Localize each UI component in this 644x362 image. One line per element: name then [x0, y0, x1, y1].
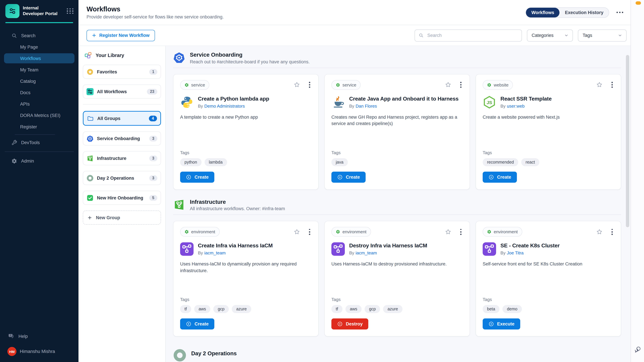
sidebar-item-apis[interactable]: APIs	[4, 99, 74, 109]
page-subtitle: Provide developer self-service for flows…	[86, 14, 224, 19]
card-actions	[445, 228, 463, 236]
tags-dropdown[interactable]: Tags	[578, 29, 626, 41]
card-bottom: TagsbetademoExecute	[483, 297, 614, 330]
execute-button[interactable]: Execute	[483, 319, 520, 330]
author-link[interactable]: Demo Administrators	[204, 104, 245, 109]
library-item-favorites[interactable]: Favorites1	[83, 65, 161, 79]
favorite-star-icon[interactable]	[596, 229, 603, 235]
card-actions	[596, 81, 614, 88]
sidebar-item-help[interactable]: ? Help	[0, 331, 78, 342]
author-link[interactable]: Joe Titra	[507, 251, 524, 256]
workflow-card-destroy-infra-via-harness-iacm: environmentDestroy Infra via Harness IaC…	[324, 221, 470, 337]
sidebar-item-my-page[interactable]: My Page	[4, 42, 74, 52]
user-menu[interactable]: HM Himanshu Mishra	[0, 342, 78, 362]
right-rail	[630, 0, 644, 362]
card-overflow-menu-icon[interactable]	[308, 81, 312, 88]
tag-pill[interactable]: tf	[180, 305, 191, 313]
iacm-icon	[483, 243, 496, 256]
card-actions	[445, 81, 463, 88]
favorite-star-icon[interactable]	[294, 229, 300, 235]
type-chip: environment	[332, 227, 371, 237]
cards-grid: serviceCreate a Python lambda appByDemo …	[173, 74, 621, 190]
tag-pill[interactable]: gcp	[364, 305, 380, 313]
card-overflow-menu-icon[interactable]	[308, 228, 312, 236]
new-group-button[interactable]: New Group	[83, 211, 161, 225]
card-overflow-menu-icon[interactable]	[610, 81, 614, 88]
tag-pill[interactable]: aws	[194, 305, 210, 313]
type-chip-label: environment	[342, 229, 366, 234]
tab-workflows[interactable]: Workflows	[526, 7, 560, 17]
header-overflow-menu-icon[interactable]	[616, 10, 624, 15]
sidebar-item-dora-metrics-sei[interactable]: DORA Metrics (SEI)	[4, 110, 74, 120]
count-badge: 23	[147, 89, 157, 94]
page-header: Workflows Provide developer self-service…	[78, 0, 630, 25]
library-item-all-workflows[interactable]: All Workflows23	[83, 84, 161, 98]
library-item-day-2-operations[interactable]: Day 2 Operations3	[83, 171, 161, 185]
sidebar-item-label: My Page	[20, 44, 38, 49]
sidebar-item-register[interactable]: Register	[4, 122, 74, 132]
library-header: Your Library	[83, 51, 161, 65]
card-overflow-menu-icon[interactable]	[610, 228, 614, 236]
tag-pill[interactable]: demo	[502, 305, 522, 313]
group-header-text: Service OnboardingReach out to #architec…	[190, 51, 310, 64]
sidebar-item-docs[interactable]: Docs	[4, 87, 74, 97]
sidebar-item-workflows[interactable]: Workflows	[4, 53, 74, 63]
create-button[interactable]: Create	[180, 171, 214, 183]
tag-pill[interactable]: recommended	[483, 158, 518, 166]
library-item-all-groups[interactable]: All Groups4	[83, 111, 161, 126]
library-item-new-hire-onboarding[interactable]: New Hire Onboarding5	[83, 191, 161, 205]
tag-pill[interactable]: java	[332, 158, 348, 166]
group-header-day-2-operations: Day 2 Operations	[173, 346, 621, 362]
tag-pill[interactable]: python	[180, 158, 202, 166]
register-new-workflow-button[interactable]: Register New Workflow	[86, 30, 155, 41]
author-link[interactable]: user:web	[507, 104, 524, 109]
sidebar-item-search[interactable]: Search	[4, 30, 74, 40]
create-button[interactable]: Create	[332, 171, 366, 183]
card-byline: ByDemo Administrators	[198, 104, 269, 109]
card-overflow-menu-icon[interactable]	[459, 228, 463, 236]
author-link[interactable]: iacm_team	[356, 251, 377, 256]
tag-pill[interactable]: beta	[483, 305, 500, 313]
type-chip: website	[483, 80, 513, 90]
apps-grid-icon[interactable]	[67, 8, 74, 14]
create-button[interactable]: Create	[180, 319, 214, 330]
tab-execution-history[interactable]: Execution History	[560, 7, 609, 17]
sidebar-item-catalog[interactable]: Catalog	[4, 76, 74, 86]
tag-pill[interactable]: lambda	[204, 158, 227, 166]
tag-pill[interactable]: aws	[346, 305, 362, 313]
tag-pill[interactable]: azure	[232, 305, 251, 313]
library-item-service-onboarding[interactable]: Service Onboarding3	[83, 131, 161, 145]
card-title-block: Create Infra via Harness IaCMByiacm_team	[198, 243, 273, 256]
tag-pill[interactable]: react	[521, 158, 539, 166]
library-item-infrastructure[interactable]: Infrastructure3	[83, 151, 161, 165]
favorite-star-icon[interactable]	[596, 81, 603, 88]
library-item-label: All Workflows	[97, 89, 127, 94]
sidebar-item-devtools[interactable]: DevTools	[4, 137, 74, 147]
gear-icon	[336, 230, 340, 234]
notification-dot	[636, 1, 641, 5]
chat-support-icon[interactable]	[634, 346, 641, 353]
group-divider	[173, 215, 621, 215]
favorite-star-icon[interactable]	[445, 81, 452, 88]
create-button[interactable]: Create	[483, 171, 517, 183]
author-link[interactable]: iacm_team	[204, 251, 226, 256]
favorite-star-icon[interactable]	[294, 81, 300, 88]
tag-pill[interactable]: tf	[332, 305, 342, 313]
author-link[interactable]: Dan Flores	[356, 104, 377, 109]
tag-pill[interactable]: gcp	[213, 305, 229, 313]
type-chip-label: environment	[494, 229, 518, 234]
sidebar-item-admin[interactable]: Admin	[4, 156, 74, 166]
python-icon	[180, 95, 194, 109]
tag-pill[interactable]: azure	[383, 305, 402, 313]
card-overflow-menu-icon[interactable]	[459, 81, 463, 88]
java-icon	[332, 95, 345, 109]
categories-dropdown[interactable]: Categories	[527, 29, 573, 41]
favorite-star-icon[interactable]	[445, 229, 452, 235]
search-input[interactable]	[427, 32, 518, 38]
scrollbar-thumb[interactable]	[626, 55, 629, 227]
destroy-button[interactable]: Destroy	[332, 319, 368, 330]
card-title-row: Destroy Infra via Harness IaCMByiacm_tea…	[332, 243, 463, 256]
sidebar-item-my-team[interactable]: My Team	[4, 65, 74, 75]
library-item-label: Infrastructure	[97, 156, 126, 161]
type-chip: environment	[180, 227, 220, 237]
